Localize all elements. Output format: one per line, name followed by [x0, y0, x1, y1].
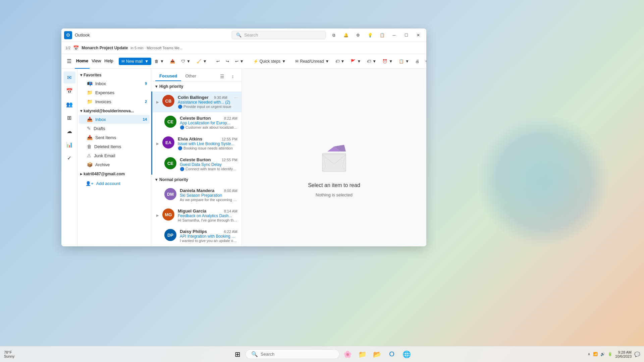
sidebar-item-deleted[interactable]: 🗑 Deleted Items	[79, 142, 150, 151]
nav-calendar-icon[interactable]: 📅	[63, 85, 75, 97]
email-item-4[interactable]: CE Celeste Burton 12:55 PM Guest Data Sy…	[151, 154, 241, 175]
weather-info[interactable]: 78°F Sunny	[4, 350, 14, 358]
expand-thread-icon-6[interactable]: ▶	[156, 214, 159, 217]
hamburger-menu[interactable]: ☰	[64, 57, 74, 66]
delete-button[interactable]: 🗑 ▼	[152, 58, 167, 65]
collapse-normal-icon[interactable]: ▾	[155, 177, 157, 182]
notification-bell-icon[interactable]: 🔔	[340, 31, 351, 40]
nav-people-icon[interactable]: 👥	[63, 98, 75, 110]
notification-icon[interactable]: 💬	[634, 352, 640, 357]
subject-7: API Integration with Booking Sy...	[180, 234, 237, 239]
time-display[interactable]: 9:28 AM 10/6/2023	[615, 350, 632, 358]
taskbar: 78°F Sunny ⊞ 🔍 Search 🌸 📁 📂 O 🌐 ∧ 📶 🔊 🔋 …	[0, 346, 644, 362]
redo-button[interactable]: ↺	[423, 58, 426, 65]
time-5: 8:00 AM	[224, 189, 237, 193]
tab-focused[interactable]: Focused	[155, 71, 181, 81]
sidebar-item-sent[interactable]: 📤 Sent Items	[79, 133, 150, 142]
sidebar-item-junk[interactable]: ⚠ Junk Email	[79, 151, 150, 160]
taskbar-search[interactable]: 🔍 Search	[246, 349, 339, 359]
sort-icon[interactable]: ↕	[228, 72, 237, 81]
nav-view[interactable]: View	[90, 54, 102, 69]
taskbar-explorer[interactable]: 📁	[356, 348, 369, 361]
category-button[interactable]: 🏷 ▼	[364, 58, 379, 65]
email-item-8[interactable]: DM Daniela Mandera 8:00 AM Open enrollme…	[151, 246, 241, 246]
taskbar-edge[interactable]: 🌐	[400, 348, 413, 361]
nav-mail-icon[interactable]: ✉	[63, 71, 75, 83]
title-bar-search-box[interactable]: 🔍 Search	[232, 31, 326, 39]
email-item-6[interactable]: ▶ MG Miguel Garcia 8:14 AM Feedback on A…	[151, 205, 241, 226]
favorites-label: Favorites	[84, 73, 101, 77]
settings-icon[interactable]: ⚙	[353, 31, 363, 40]
sidebar-item-inbox-main[interactable]: 📥 Inbox 14	[79, 115, 150, 124]
lightbulb-icon[interactable]: 💡	[365, 31, 375, 40]
tab-other[interactable]: Other	[181, 71, 200, 81]
expand-thread-icon-1[interactable]: ▶	[156, 100, 159, 104]
volume-icon[interactable]: 🔊	[600, 352, 605, 356]
flag-button[interactable]: 🚩 ▼	[348, 58, 364, 65]
email-item-5[interactable]: DM Daniela Mandera 8:00 AM Ski Season Pr…	[151, 185, 241, 205]
quick-steps-button[interactable]: ⚡ Quick steps ▼	[251, 58, 289, 65]
snooze-button[interactable]: ⏰ ▼	[380, 58, 395, 65]
maximize-button[interactable]: ☐	[401, 31, 412, 40]
wifi-icon[interactable]: 📶	[593, 352, 598, 356]
flag-icon: 🚩	[351, 59, 356, 64]
chevron-up-icon[interactable]: ∧	[588, 352, 590, 356]
email-item-1[interactable]: ▶ CB Colin Ballinger 9:30 AM ··· Assista…	[151, 92, 241, 112]
expand-thread-icon-3[interactable]: ▶	[156, 142, 159, 145]
archive-button[interactable]: 📥	[167, 58, 178, 65]
nav-apps-icon[interactable]: ⊞	[63, 112, 75, 124]
battery-icon[interactable]: 🔋	[608, 352, 612, 356]
email-more-1[interactable]: ···	[234, 95, 237, 100]
nav-home[interactable]: Home	[75, 54, 90, 69]
taskbar-outlook[interactable]: O	[385, 348, 398, 361]
favorites-header[interactable]: ▾ Favorites	[77, 71, 151, 79]
reply-button[interactable]: ↩ ▼	[232, 58, 247, 65]
sidebar-item-expenses[interactable]: 📁 Expenses	[79, 88, 150, 97]
new-mail-button[interactable]: ✉ New mail ▼	[119, 58, 151, 65]
inbox-main-icon: 📥	[87, 117, 93, 122]
undo2-button[interactable]: ↪	[223, 58, 232, 65]
email-item-7[interactable]: DP Daisy Philips 6:22 AM API Integration…	[151, 226, 241, 246]
nav-todo-icon[interactable]: ✓	[63, 152, 75, 164]
deleted-icon: 🗑	[87, 144, 92, 149]
email-content-3: Elvia Atkins 12:55 PM Issue with Live Bo…	[178, 136, 237, 150]
virtual-desktop-icon[interactable]: ⧉	[328, 31, 339, 40]
account-header[interactable]: ▾ katyreid@boulderinnova...	[77, 107, 151, 115]
outlook-window: O Outlook 🔍 Search ⧉ 🔔 ⚙ 💡 📋 ─ ☐ ✕ 1/2 📅…	[61, 28, 426, 246]
sweep-button[interactable]: 🧹 ▼	[194, 58, 210, 65]
nav-help[interactable]: Help	[103, 54, 115, 69]
sidebar-item-drafts[interactable]: ✎ Drafts	[79, 124, 150, 133]
sidebar-item-archive[interactable]: 📦 Archive	[79, 160, 150, 169]
add-account-button[interactable]: 👤+ Add account	[77, 179, 151, 188]
email-item-2[interactable]: CE Celeste Burton 8:22 AM App Localizati…	[151, 112, 241, 133]
inbox-fav-count: 9	[145, 81, 147, 85]
gmail-header[interactable]: ▸ katri0487@gmail.com	[77, 170, 151, 178]
reading-pane-title: Select an item to read	[308, 182, 360, 188]
rules-button[interactable]: 📋 ▼	[396, 58, 412, 65]
read-unread-button[interactable]: ✉ Read/Unread ▼	[292, 58, 332, 65]
chevron-down-icon: ▾	[80, 73, 82, 77]
feedback-icon[interactable]: 📋	[377, 31, 387, 40]
sidebar-item-inbox-fav[interactable]: 📭 Inbox 9	[79, 79, 150, 88]
snooze-arrow: ▼	[389, 59, 393, 64]
close-button[interactable]: ✕	[413, 31, 424, 40]
nav-onedrive-icon[interactable]: ☁	[63, 125, 75, 137]
nav-publisher-icon[interactable]: 📊	[63, 138, 75, 150]
minimize-button[interactable]: ─	[389, 31, 399, 40]
new-mail-dropdown-arrow[interactable]: ▼	[145, 59, 149, 64]
taskbar-right: ∧ 📶 🔊 🔋 9:28 AM 10/6/2023 💬	[588, 350, 644, 358]
reading-pane-empty: Select an item to read Nothing is select…	[308, 145, 360, 197]
sidebar-item-invoices[interactable]: 📁 Invoices 2	[79, 97, 150, 106]
email-item-3[interactable]: ▶ EA Elvia Atkins 12:55 PM Issue with Li…	[151, 133, 241, 154]
filter-icon[interactable]: ☰	[217, 72, 227, 81]
start-button[interactable]: ⊞	[231, 348, 244, 361]
spam-button[interactable]: 🛡 ▼	[178, 58, 193, 65]
flag-arrow: ▼	[357, 59, 361, 64]
collapse-high-icon[interactable]: ▾	[155, 84, 157, 89]
print-button[interactable]: 🖨	[413, 58, 422, 65]
tag-button[interactable]: 🏷 ▼	[333, 58, 347, 65]
undo-button[interactable]: ↩	[214, 58, 222, 65]
taskbar-app-1[interactable]: 🌸	[341, 348, 354, 361]
taskbar-files[interactable]: 📂	[370, 348, 384, 361]
email-content-1: Colin Ballinger 9:30 AM ··· Assistance N…	[178, 95, 237, 109]
